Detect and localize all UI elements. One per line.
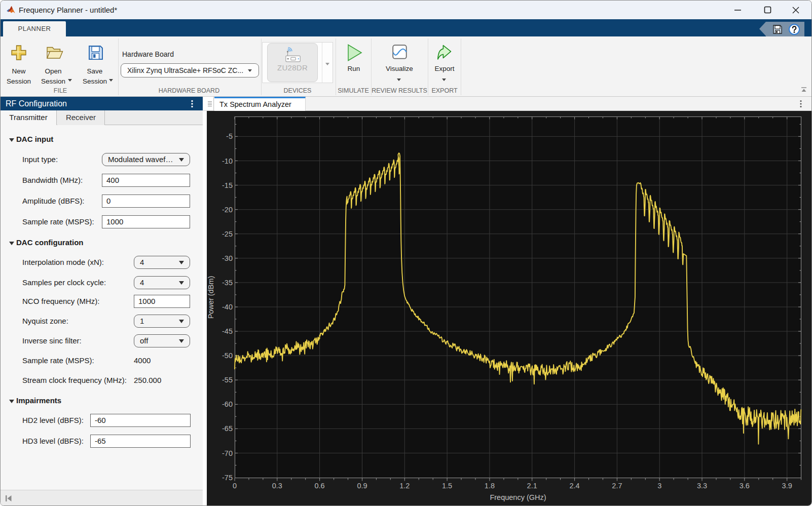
svg-text:3.3: 3.3 [697,482,707,490]
svg-text:1.5: 1.5 [442,482,452,490]
svg-text:-55: -55 [222,376,233,384]
svg-text:Power (dBm): Power (dBm) [207,276,215,319]
svg-text:-45: -45 [222,327,233,335]
svg-text:-20: -20 [222,206,233,214]
svg-text:-50: -50 [222,352,233,360]
svg-text:3.6: 3.6 [740,482,750,490]
svg-text:Frequency (GHz): Frequency (GHz) [490,493,546,501]
svg-text:0.3: 0.3 [272,482,282,490]
svg-text:-25: -25 [222,230,233,238]
svg-text:1.2: 1.2 [399,482,410,490]
svg-text:-35: -35 [222,279,233,287]
svg-text:0.9: 0.9 [357,482,367,490]
svg-text:1.8: 1.8 [485,482,495,490]
svg-text:0: 0 [233,482,237,490]
svg-text:-5: -5 [226,132,233,140]
svg-text:2.1: 2.1 [527,482,537,490]
svg-text:-65: -65 [222,424,233,433]
svg-text:3.9: 3.9 [782,482,792,490]
svg-text:-10: -10 [222,157,233,165]
svg-text:-60: -60 [222,400,233,408]
svg-text:-30: -30 [222,254,233,262]
svg-text:3: 3 [657,482,661,490]
svg-text:-75: -75 [222,474,233,482]
svg-text:-40: -40 [222,303,233,311]
svg-text:2.4: 2.4 [570,482,580,490]
svg-text:2.7: 2.7 [612,482,622,490]
svg-text:-70: -70 [222,449,233,457]
svg-text:-15: -15 [222,181,233,189]
svg-text:0.6: 0.6 [315,482,325,490]
